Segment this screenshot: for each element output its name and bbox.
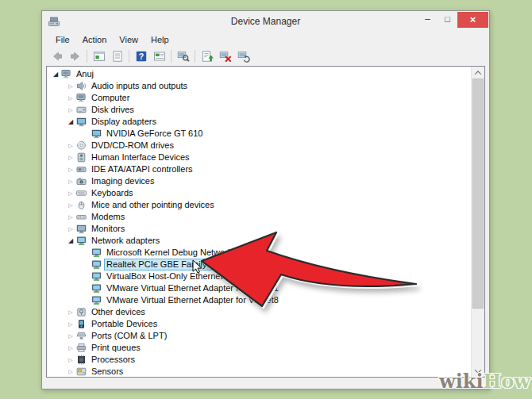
modem-icon <box>76 212 87 222</box>
wikihow-wiki-text: wiki <box>439 370 484 393</box>
console-tree-button[interactable] <box>90 48 108 65</box>
dvd-icon <box>76 140 87 151</box>
menu-view[interactable]: View <box>113 33 145 46</box>
close-button[interactable]: × <box>457 12 488 28</box>
export-list-button[interactable] <box>150 48 168 65</box>
properties-button[interactable] <box>108 48 126 65</box>
tree-item-processors[interactable]: ▷Processors <box>47 354 472 366</box>
expand-expander-icon[interactable]: ▷ <box>65 342 76 354</box>
red-annotation-arrow <box>195 229 421 321</box>
tree-item-label: Monitors <box>90 224 126 234</box>
hid-icon <box>76 152 87 163</box>
toolbar-separator <box>195 50 195 63</box>
ide-icon <box>76 164 87 175</box>
tree-item-label: Imaging devices <box>90 176 156 186</box>
tree-item-label: Computer <box>90 93 131 103</box>
tree-item-human-interface-devices[interactable]: ▷Human Interface Devices <box>47 152 472 163</box>
maximize-button[interactable]: □ <box>438 12 457 28</box>
menu-file[interactable]: File <box>49 33 76 46</box>
expand-expander-icon[interactable]: ▷ <box>65 152 76 163</box>
vertical-scrollbar[interactable] <box>471 67 484 377</box>
expand-expander-icon[interactable]: ▷ <box>65 199 76 211</box>
device-manager-window: Device Manager – □ × FileActionViewHelp … <box>41 10 490 389</box>
tree-item-label: Display adapters <box>90 117 158 127</box>
tree-item-label: Mice and other pointing devices <box>90 200 216 210</box>
tree-item-computer[interactable]: ▷Computer <box>47 92 472 104</box>
expand-expander-icon[interactable]: ▷ <box>65 92 76 104</box>
tree-item-keyboards[interactable]: ▷Keyboards <box>47 187 472 199</box>
scrollbar-thumb[interactable] <box>472 79 484 309</box>
chevron-up-icon <box>475 71 481 77</box>
tree-item-label: IDE ATA/ATAPI controllers <box>90 164 195 175</box>
menu-help[interactable]: Help <box>145 33 175 46</box>
update-driver-icon <box>201 50 214 63</box>
update-driver-button[interactable] <box>198 48 216 65</box>
help-button[interactable]: ? <box>132 48 150 65</box>
tree-item-label: Sensors <box>90 366 125 377</box>
scan-hardware-changes-icon <box>237 50 250 63</box>
uninstall-icon <box>219 50 232 63</box>
minimize-button[interactable]: – <box>418 12 438 28</box>
collapse-expander-icon[interactable]: ◢ <box>65 235 76 247</box>
tree-item-label: Print queues <box>90 343 142 353</box>
tree-item-imaging-devices[interactable]: ▷Imaging devices <box>47 175 472 187</box>
tree-item-label: Keyboards <box>90 188 135 198</box>
export-list-icon <box>153 50 166 63</box>
expand-expander-icon[interactable]: ▷ <box>65 140 76 152</box>
expand-expander-icon[interactable]: ▷ <box>65 318 76 330</box>
processor-icon <box>76 355 87 365</box>
computer-icon <box>61 69 71 79</box>
tree-item-label: Other devices <box>90 307 147 317</box>
title-bar[interactable]: Device Manager – □ × <box>42 11 489 33</box>
tree-item-print-queues[interactable]: ▷Print queues <box>47 342 472 354</box>
mouse-icon <box>76 200 87 210</box>
tree-item-label: DVD/CD-ROM drives <box>90 140 175 151</box>
tree-item-audio-inputs-and-outputs[interactable]: ▷Audio inputs and outputs <box>47 80 472 92</box>
portable-icon <box>76 319 87 329</box>
menu-action[interactable]: Action <box>76 33 114 46</box>
expand-expander-icon[interactable]: ▷ <box>65 80 76 92</box>
tree-item-sensors[interactable]: ▷Sensors <box>47 366 472 377</box>
network-icon <box>91 247 102 258</box>
tree-item-label: Human Interface Devices <box>90 152 191 163</box>
expand-expander-icon[interactable]: ▷ <box>65 223 76 235</box>
expand-expander-icon[interactable]: ▷ <box>65 163 76 175</box>
tree-item-disk-drives[interactable]: ▷Disk drives <box>47 104 472 116</box>
tree-item-label: Anuj <box>75 69 95 79</box>
tree-item-mice-and-other-pointing-devices[interactable]: ▷Mice and other pointing devices <box>47 199 472 211</box>
scroll-up-button[interactable] <box>472 67 484 79</box>
scan-icon <box>177 50 190 63</box>
expand-expander-icon[interactable]: ▷ <box>65 104 76 116</box>
computer-icon <box>76 93 87 103</box>
back-button[interactable] <box>48 48 66 65</box>
forward-button[interactable] <box>66 48 84 65</box>
scan-button[interactable] <box>174 48 192 65</box>
expand-expander-icon[interactable]: ▷ <box>65 187 76 199</box>
network-icon <box>91 259 102 270</box>
scan-hardware-changes-button[interactable] <box>234 48 253 65</box>
tree-item-display-adapters[interactable]: ◢Display adapters <box>47 116 472 128</box>
expand-expander-icon[interactable]: ▷ <box>65 366 76 377</box>
tree-item-label: Portable Devices <box>90 319 159 329</box>
network-icon <box>91 271 102 282</box>
tree-item-ide-ata-atapi-controllers[interactable]: ▷IDE ATA/ATAPI controllers <box>47 163 472 175</box>
collapse-expander-icon[interactable]: ◢ <box>65 116 76 128</box>
imaging-icon <box>76 176 87 186</box>
toolbar-separator <box>87 50 87 63</box>
tree-item-anuj[interactable]: ◢Anuj <box>47 68 472 80</box>
expand-expander-icon[interactable]: ▷ <box>65 354 76 366</box>
expand-expander-icon[interactable]: ▷ <box>65 175 76 187</box>
audio-icon <box>76 81 87 91</box>
collapse-expander-icon[interactable]: ◢ <box>50 68 61 80</box>
wikihow-how-text: How <box>484 370 530 393</box>
expand-expander-icon[interactable]: ▷ <box>65 306 76 318</box>
tree-item-modems[interactable]: ▷Modems <box>47 211 472 223</box>
tree-item-dvd-cd-rom-drives[interactable]: ▷DVD/CD-ROM drives <box>47 140 472 152</box>
back-icon <box>51 50 64 63</box>
tree-item-nvidia-geforce-gt-610[interactable]: NVIDIA GeForce GT 610 <box>47 128 472 140</box>
ports-icon <box>76 331 87 341</box>
tree-item-ports-com-lpt[interactable]: ▷Ports (COM & LPT) <box>47 330 472 342</box>
uninstall-button[interactable] <box>216 48 234 65</box>
expand-expander-icon[interactable]: ▷ <box>65 211 76 223</box>
expand-expander-icon[interactable]: ▷ <box>65 330 76 342</box>
